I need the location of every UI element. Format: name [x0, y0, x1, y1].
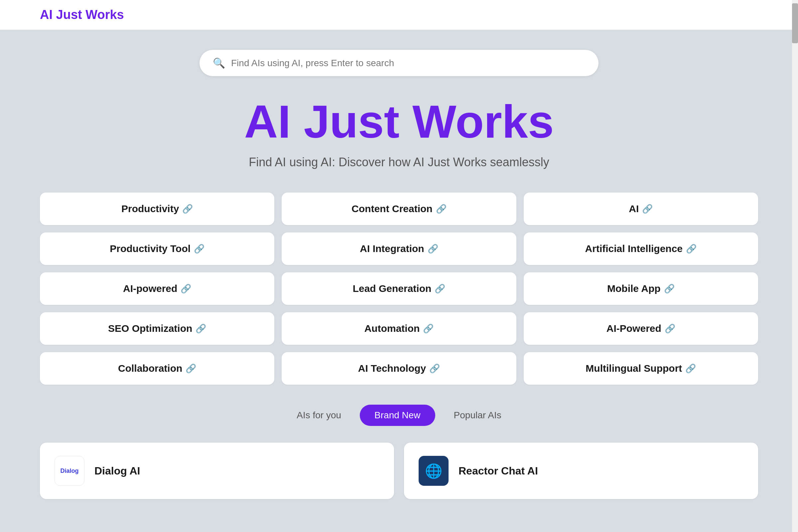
- scrollbar-thumb[interactable]: [792, 3, 798, 43]
- category-label: Lead Generation: [353, 283, 432, 294]
- header: AI Just Works: [0, 0, 798, 30]
- ai-cards-row: Dialog Dialog AI 🌐 Reactor Chat AI: [40, 442, 758, 499]
- tabs-container: AIs for youBrand NewPopular AIs: [40, 405, 758, 426]
- ai-card[interactable]: 🌐 Reactor Chat AI: [404, 442, 758, 499]
- category-label: AI Technology: [358, 363, 426, 374]
- link-icon: 🔗: [642, 204, 653, 214]
- link-icon: 🔗: [436, 204, 446, 214]
- category-label: Mobile App: [607, 283, 661, 294]
- link-icon: 🔗: [428, 244, 438, 254]
- category-button[interactable]: Artificial Intelligence🔗: [524, 232, 758, 265]
- link-icon: 🔗: [423, 324, 434, 334]
- scrollbar[interactable]: [792, 0, 798, 532]
- category-label: Automation: [364, 323, 420, 334]
- link-icon: 🔗: [686, 244, 697, 254]
- category-button[interactable]: AI-Powered🔗: [524, 312, 758, 345]
- category-label: Productivity Tool: [110, 243, 191, 254]
- search-container: 🔍: [40, 50, 758, 76]
- search-input[interactable]: [231, 58, 585, 69]
- category-label: Collaboration: [118, 363, 182, 374]
- link-icon: 🔗: [182, 204, 193, 214]
- category-grid: Productivity🔗Content Creation🔗AI🔗Product…: [40, 192, 758, 385]
- category-button[interactable]: Multilingual Support🔗: [524, 352, 758, 385]
- category-button[interactable]: AI-powered🔗: [40, 272, 274, 305]
- category-button[interactable]: Mobile App🔗: [524, 272, 758, 305]
- link-icon: 🔗: [195, 324, 206, 334]
- category-button[interactable]: Lead Generation🔗: [282, 272, 516, 305]
- category-button[interactable]: Automation🔗: [282, 312, 516, 345]
- category-label: SEO Optimization: [108, 323, 192, 334]
- site-logo[interactable]: AI Just Works: [40, 8, 124, 22]
- category-label: AI: [629, 203, 639, 214]
- tab-button[interactable]: AIs for you: [282, 405, 356, 426]
- link-icon: 🔗: [435, 284, 445, 294]
- category-button[interactable]: AI🔗: [524, 192, 758, 225]
- link-icon: 🔗: [685, 363, 696, 374]
- tab-button[interactable]: Popular AIs: [439, 405, 516, 426]
- tab-button[interactable]: Brand New: [360, 405, 435, 426]
- avatar: 🌐: [419, 456, 449, 486]
- search-bar: 🔍: [200, 50, 598, 76]
- link-icon: 🔗: [429, 363, 440, 374]
- hero-subtitle: Find AI using AI: Discover how AI Just W…: [40, 155, 758, 169]
- ai-card-name: Dialog AI: [94, 465, 140, 477]
- avatar-emoji: 🌐: [425, 463, 442, 479]
- category-label: Productivity: [121, 203, 179, 214]
- category-label: Multilingual Support: [586, 363, 682, 374]
- link-icon: 🔗: [664, 284, 674, 294]
- ai-card-info: Dialog AI: [94, 465, 140, 477]
- category-button[interactable]: AI Technology🔗: [282, 352, 516, 385]
- link-icon: 🔗: [194, 244, 205, 254]
- category-label: AI Integration: [360, 243, 424, 254]
- link-icon: 🔗: [186, 363, 196, 374]
- ai-card-name: Reactor Chat AI: [458, 465, 538, 477]
- category-label: AI-powered: [123, 283, 177, 294]
- category-label: Artificial Intelligence: [585, 243, 683, 254]
- category-button[interactable]: Content Creation🔗: [282, 192, 516, 225]
- avatar: Dialog: [55, 456, 84, 486]
- search-icon: 🔍: [213, 57, 225, 69]
- category-button[interactable]: AI Integration🔗: [282, 232, 516, 265]
- hero-title: AI Just Works: [40, 96, 758, 147]
- category-button[interactable]: Productivity🔗: [40, 192, 274, 225]
- avatar-text: Dialog: [60, 468, 78, 474]
- category-label: AI-Powered: [607, 323, 661, 334]
- category-button[interactable]: Productivity Tool🔗: [40, 232, 274, 265]
- main-content: 🔍 AI Just Works Find AI using AI: Discov…: [0, 30, 798, 526]
- category-button[interactable]: Collaboration🔗: [40, 352, 274, 385]
- link-icon: 🔗: [665, 324, 675, 334]
- ai-card-info: Reactor Chat AI: [458, 465, 538, 477]
- link-icon: 🔗: [180, 284, 191, 294]
- ai-card[interactable]: Dialog Dialog AI: [40, 442, 394, 499]
- category-button[interactable]: SEO Optimization🔗: [40, 312, 274, 345]
- category-label: Content Creation: [352, 203, 432, 214]
